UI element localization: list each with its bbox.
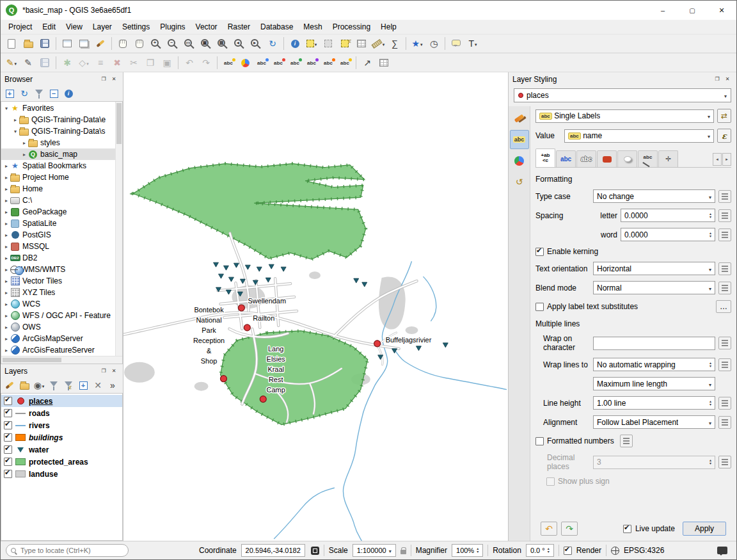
browser-item-arcgismapserver[interactable]: ▸ArcGisMapServer (1, 333, 115, 344)
map-annotation-icon[interactable] (448, 36, 464, 51)
layer-item-water[interactable]: water (1, 444, 122, 456)
label-method-combo[interactable]: Single Labels (535, 109, 714, 123)
expand-arrow-icon[interactable]: ▸ (3, 278, 10, 284)
coordinate-box[interactable]: 20.5946,-34.0182 (241, 544, 305, 557)
override-wrap-char-button[interactable] (718, 337, 731, 349)
manage-map-themes-icon[interactable]: ◉ (33, 379, 45, 392)
browser-item-spatial-bookmarks[interactable]: ▸Spatial Bookmarks (1, 160, 115, 172)
override-formatted-numbers-button[interactable] (620, 435, 633, 447)
expand-arrow-icon[interactable]: ▸ (3, 198, 10, 204)
override-alignment-button[interactable] (718, 416, 731, 429)
tabs-scroll-right[interactable] (722, 153, 731, 166)
undo-icon[interactable]: ↶ (182, 55, 197, 70)
layers-float-icon[interactable] (99, 366, 109, 376)
dropdown-arrow-icon[interactable] (14, 58, 17, 67)
type-case-combo[interactable]: No change (593, 189, 715, 203)
render-checkbox[interactable] (564, 547, 572, 555)
expand-arrow-icon[interactable]: ▸ (3, 255, 10, 261)
crs-status[interactable]: EPSG:4326 (624, 546, 664, 555)
spin-arrows[interactable] (709, 212, 711, 219)
menu-layer[interactable]: Layer (88, 20, 117, 33)
expand-arrow-icon[interactable]: ▸ (3, 313, 10, 319)
decorations-grid-icon[interactable] (376, 55, 392, 70)
apply-button[interactable]: Apply (683, 522, 726, 536)
browser-item-qgis-training-data-e[interactable]: ▸QGIS-Training-Data\e (1, 114, 115, 125)
layer-visibility-checkbox[interactable] (4, 458, 12, 466)
magnifier-spin[interactable]: 100% (452, 544, 483, 557)
remove-layer-icon[interactable]: ✕ (91, 379, 104, 392)
expand-arrow-icon[interactable]: ▸ (3, 290, 10, 296)
close-button[interactable] (707, 1, 736, 20)
minimize-button[interactable] (648, 1, 678, 20)
copy-features-icon[interactable]: ❐ (143, 55, 158, 70)
tab-symbology[interactable] (510, 109, 529, 128)
wrap-mode-combo[interactable]: Maximum line length (593, 377, 715, 390)
add-point-feature-icon[interactable]: ✱ (59, 55, 75, 70)
blend-mode-combo[interactable]: Normal (593, 281, 715, 294)
identify-features-icon[interactable]: i (287, 36, 303, 51)
expand-arrow-icon[interactable]: ▸ (3, 175, 10, 180)
styling-float-icon[interactable] (712, 74, 722, 84)
zoom-to-layer-icon[interactable]: ▤ (215, 36, 230, 51)
new-project-icon[interactable] (4, 36, 19, 51)
change-label-properties-icon[interactable] (337, 55, 353, 70)
dropdown-arrow-icon[interactable] (86, 58, 89, 67)
vertex-tool-icon[interactable]: ◇ (76, 55, 91, 70)
wrap-lines-spin[interactable]: No automatic wrapping (593, 358, 715, 371)
expand-arrow-icon[interactable]: ▸ (3, 163, 10, 169)
menu-help[interactable]: Help (376, 20, 402, 33)
enable-kerning-checkbox[interactable] (535, 248, 544, 256)
expand-arrow-icon[interactable]: ▸ (12, 117, 19, 123)
rotation-spin[interactable]: 0.0 ° (526, 544, 554, 557)
paste-features-icon[interactable]: ▣ (159, 55, 175, 70)
override-orientation-button[interactable] (718, 262, 731, 275)
override-word-spacing-button[interactable] (718, 228, 731, 241)
browser-item-wfs-ogc-api-feature[interactable]: ▸WFS / OGC API - Feature (1, 310, 115, 321)
spin-arrows[interactable] (709, 232, 711, 238)
menu-database[interactable]: Database (255, 20, 298, 33)
layer-visibility-checkbox[interactable] (4, 445, 12, 454)
menu-project[interactable]: Project (3, 20, 37, 33)
override-line-height-button[interactable] (718, 397, 731, 410)
expand-arrow-icon[interactable]: ▸ (3, 301, 10, 307)
locate-search[interactable] (6, 544, 129, 557)
browser-item-db2[interactable]: ▸DB2 (1, 252, 115, 264)
menu-processing[interactable]: Processing (328, 20, 376, 33)
cut-features-icon[interactable]: ✂ (126, 55, 141, 70)
dropdown-arrow-icon[interactable] (42, 381, 45, 390)
spin-arrows[interactable] (709, 362, 711, 368)
layer-item-buildings[interactable]: buildings (1, 431, 122, 444)
apply-substitutes-checkbox[interactable] (535, 303, 544, 311)
expand-arrow-icon[interactable]: ▸ (20, 152, 28, 157)
layer-visibility-checkbox[interactable] (4, 421, 12, 429)
line-height-spin[interactable]: 1.00 line (593, 396, 715, 410)
pan-to-selection-icon[interactable] (132, 36, 147, 51)
browser-item-styles[interactable]: ▸styles (1, 137, 115, 148)
layer-visibility-checkbox[interactable] (4, 397, 12, 405)
expand-arrow-icon[interactable]: ▸ (3, 336, 10, 342)
filter-browser-icon[interactable] (33, 87, 45, 100)
add-group-icon[interactable] (18, 379, 31, 392)
layer-item-places[interactable]: places (1, 395, 122, 407)
spin-arrows[interactable] (548, 547, 550, 554)
refresh-browser-icon[interactable]: ↻ (18, 87, 31, 100)
spin-arrows[interactable] (477, 547, 479, 554)
tab-callouts[interactable] (638, 150, 658, 167)
browser-item-arcgisfeatureserver[interactable]: ▸ArcGisFeatureServer (1, 344, 115, 356)
word-spacing-spin[interactable]: 0.0000 (621, 228, 715, 241)
expand-arrow-icon[interactable]: ▸ (3, 267, 10, 273)
expand-arrow-icon[interactable]: ▸ (3, 232, 10, 238)
current-edits-icon[interactable]: ✎ (4, 55, 19, 70)
layer-item-landuse[interactable]: landuse (1, 468, 122, 480)
temporal-controller-icon[interactable]: ◷ (426, 36, 441, 51)
override-letter-spacing-button[interactable] (718, 209, 731, 222)
dropdown-arrow-icon[interactable] (382, 39, 385, 48)
live-update-checkbox[interactable] (623, 525, 631, 533)
tab-text[interactable] (535, 148, 555, 167)
filter-by-expression-icon[interactable] (62, 379, 75, 392)
override-wrap-lines-button[interactable] (718, 358, 731, 371)
map-canvas[interactable]: Swellendam Railton Bontebok National Par… (123, 72, 508, 541)
styling-close-icon[interactable] (722, 74, 733, 84)
pan-map-icon[interactable] (115, 36, 131, 51)
override-blend-button[interactable] (718, 282, 731, 294)
